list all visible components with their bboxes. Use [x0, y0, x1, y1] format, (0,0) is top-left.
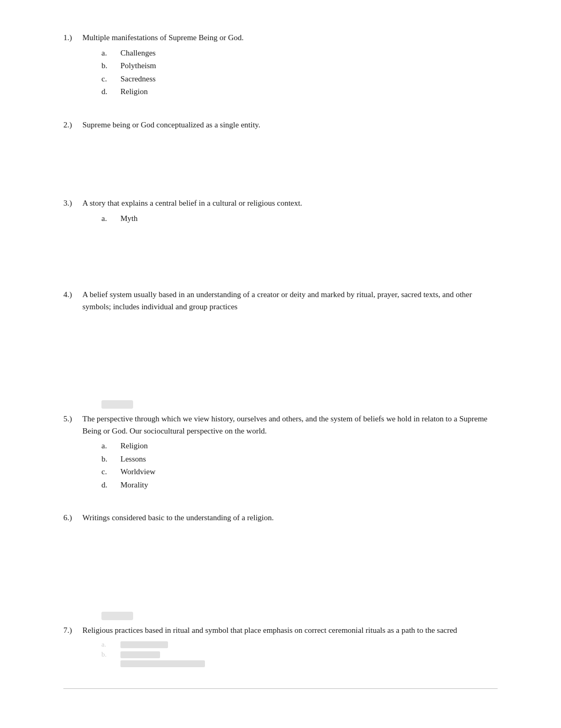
- q1-options: a. Challenges b. Polytheism c. Sacrednes…: [101, 47, 498, 98]
- option-text: Religion: [120, 440, 148, 452]
- q1-text: Multiple manifestations of Supreme Being…: [82, 32, 498, 44]
- list-item: a. Challenges: [101, 47, 498, 59]
- option-letter: c.: [101, 466, 120, 478]
- q7-blurred-options: a. b.: [101, 640, 498, 667]
- q5-blurred-answer: [101, 400, 498, 409]
- list-item: d. Morality: [101, 479, 498, 491]
- q3-number: 3.): [63, 197, 82, 209]
- question-3: 3.) A story that explains a central beli…: [63, 197, 498, 268]
- q6-spacer: [63, 527, 498, 569]
- q7-text: Religious practices based in ritual and …: [82, 624, 498, 637]
- option-letter: c.: [101, 73, 120, 85]
- q4-number: 4.): [63, 289, 82, 301]
- q5-options: a. Religion b. Lessons c. Worldview d. M…: [101, 440, 498, 491]
- option-text: Lessons: [120, 453, 146, 465]
- question-2: 2.) Supreme being or God conceptualized …: [63, 119, 498, 177]
- q6-number: 6.): [63, 512, 82, 524]
- option-letter: a.: [101, 440, 120, 452]
- q7-blurred-answer: [101, 612, 498, 620]
- option-text: Myth: [120, 213, 138, 225]
- option-text: Polytheism: [120, 60, 156, 72]
- option-letter: a.: [101, 47, 120, 59]
- option-text: Challenges: [120, 47, 156, 59]
- q3-options: a. Myth: [101, 213, 498, 225]
- option-text: Morality: [120, 479, 148, 491]
- q2-spacer: [63, 134, 498, 176]
- q3-text: A story that explains a central belief i…: [82, 197, 498, 209]
- option-text: Worldview: [120, 466, 155, 478]
- q4-spacer: [63, 316, 498, 358]
- blurred-row: b.: [101, 650, 498, 659]
- q5-number: 5.): [63, 413, 82, 425]
- page-content: 1.) Multiple manifestations of Supreme B…: [63, 32, 498, 689]
- option-letter: d.: [101, 86, 120, 98]
- option-letter: a.: [101, 213, 120, 225]
- option-text: Religion: [120, 86, 148, 98]
- option-letter: b.: [101, 60, 120, 72]
- page-bottom-border: [63, 688, 498, 689]
- option-letter: b.: [101, 453, 120, 465]
- q3-spacer: [63, 225, 498, 268]
- q5-text: The perspective through which we view hi…: [82, 413, 498, 437]
- q2-text: Supreme being or God conceptualized as a…: [82, 119, 498, 131]
- list-item: c. Worldview: [101, 466, 498, 478]
- question-4: 4.) A belief system usually based in an …: [63, 289, 498, 379]
- question-7: 7.) Religious practices based in ritual …: [63, 612, 498, 668]
- q2-number: 2.): [63, 119, 82, 131]
- question-5: 5.) The perspective through which we vie…: [63, 400, 498, 491]
- list-item: c. Sacredness: [101, 73, 498, 85]
- q4-spacer2: [63, 358, 498, 379]
- list-item: a. Religion: [101, 440, 498, 452]
- q6-text: Writings considered basic to the underst…: [82, 512, 498, 524]
- option-letter: d.: [101, 479, 120, 491]
- q1-number: 1.): [63, 32, 82, 44]
- list-item: b. Polytheism: [101, 60, 498, 72]
- list-item: a. Myth: [101, 213, 498, 225]
- list-item: d. Religion: [101, 86, 498, 98]
- question-1: 1.) Multiple manifestations of Supreme B…: [63, 32, 498, 98]
- q6-spacer2: [63, 569, 498, 591]
- question-6: 6.) Writings considered basic to the und…: [63, 512, 498, 591]
- q4-text: A belief system usually based in an unde…: [82, 289, 498, 312]
- blurred-row: [101, 660, 498, 667]
- blurred-row: a.: [101, 640, 498, 649]
- q7-number: 7.): [63, 624, 82, 637]
- option-text: Sacredness: [120, 73, 156, 85]
- list-item: b. Lessons: [101, 453, 498, 465]
